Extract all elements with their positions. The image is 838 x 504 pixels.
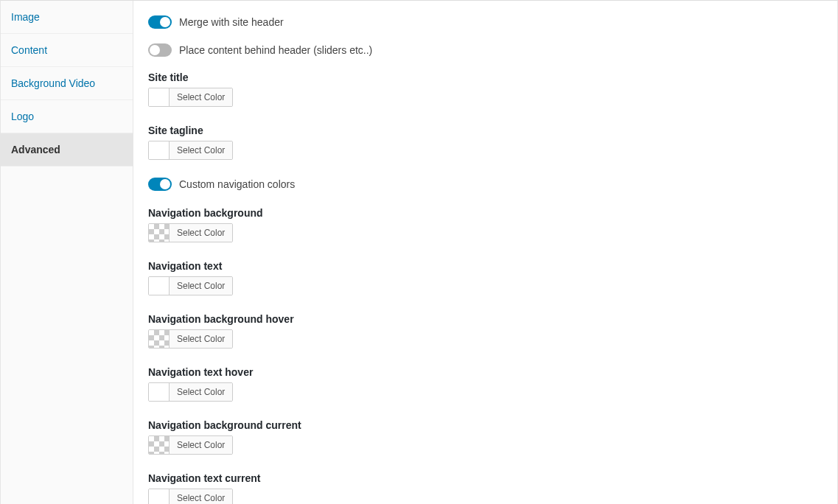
select-color-button: Select Color — [170, 330, 232, 348]
select-color-button: Select Color — [170, 383, 232, 401]
color-swatch — [149, 277, 170, 295]
nav-bg-color-picker[interactable]: Select Color — [148, 223, 233, 242]
custom-nav-colors-row: Custom navigation colors — [148, 178, 823, 191]
nav-text-current-field: Navigation text current Select Color — [148, 472, 823, 504]
nav-text-label: Navigation text — [148, 260, 823, 272]
nav-text-current-color-picker[interactable]: Select Color — [148, 489, 233, 504]
nav-text-field: Navigation text Select Color — [148, 260, 823, 297]
sidebar: Image Content Background Video Logo Adva… — [1, 1, 133, 504]
nav-bg-current-color-picker[interactable]: Select Color — [148, 435, 233, 455]
color-swatch — [149, 383, 170, 401]
nav-text-hover-color-picker[interactable]: Select Color — [148, 382, 233, 402]
content-area: Merge with site header Place content beh… — [133, 1, 837, 504]
custom-nav-colors-label: Custom navigation colors — [179, 178, 295, 190]
nav-text-hover-label: Navigation text hover — [148, 366, 823, 378]
nav-bg-label: Navigation background — [148, 207, 823, 219]
select-color-button: Select Color — [170, 277, 232, 295]
toggle-knob — [160, 17, 170, 27]
nav-bg-hover-label: Navigation background hover — [148, 313, 823, 325]
select-color-button: Select Color — [170, 88, 232, 106]
color-swatch-transparent — [149, 224, 170, 242]
merge-header-label: Merge with site header — [179, 16, 284, 28]
nav-bg-current-field: Navigation background current Select Col… — [148, 419, 823, 456]
color-swatch — [149, 141, 170, 159]
place-behind-label: Place content behind header (sliders etc… — [179, 44, 372, 56]
settings-panel: Image Content Background Video Logo Adva… — [0, 0, 838, 504]
nav-bg-field: Navigation background Select Color — [148, 207, 823, 244]
nav-text-hover-field: Navigation text hover Select Color — [148, 366, 823, 403]
nav-bg-hover-field: Navigation background hover Select Color — [148, 313, 823, 350]
sidebar-item-background-video[interactable]: Background Video — [1, 67, 133, 100]
select-color-button: Select Color — [170, 489, 232, 504]
merge-header-toggle[interactable] — [148, 15, 172, 29]
select-color-button: Select Color — [170, 141, 232, 159]
sidebar-item-logo[interactable]: Logo — [1, 100, 133, 133]
nav-bg-hover-color-picker[interactable]: Select Color — [148, 329, 233, 349]
site-title-label: Site title — [148, 71, 823, 83]
sidebar-item-image[interactable]: Image — [1, 1, 133, 34]
site-tagline-color-picker[interactable]: Select Color — [148, 141, 233, 160]
site-tagline-label: Site tagline — [148, 125, 823, 136]
nav-text-current-label: Navigation text current — [148, 472, 823, 484]
sidebar-item-advanced[interactable]: Advanced — [1, 133, 133, 167]
place-behind-toggle[interactable] — [148, 43, 172, 57]
color-swatch — [149, 489, 170, 504]
place-behind-row: Place content behind header (sliders etc… — [148, 43, 823, 57]
nav-text-color-picker[interactable]: Select Color — [148, 276, 233, 295]
select-color-button: Select Color — [170, 436, 232, 454]
nav-bg-current-label: Navigation background current — [148, 419, 823, 431]
site-tagline-field: Site tagline Select Color — [148, 125, 823, 161]
select-color-button: Select Color — [170, 224, 232, 242]
sidebar-item-content[interactable]: Content — [1, 34, 133, 67]
merge-header-row: Merge with site header — [148, 15, 823, 29]
color-swatch-transparent — [149, 436, 170, 454]
toggle-knob — [160, 179, 170, 189]
toggle-knob — [150, 45, 160, 55]
color-swatch — [149, 88, 170, 106]
custom-nav-colors-toggle[interactable] — [148, 178, 172, 191]
site-title-color-picker[interactable]: Select Color — [148, 88, 233, 107]
color-swatch-transparent — [149, 330, 170, 348]
site-title-field: Site title Select Color — [148, 71, 823, 108]
